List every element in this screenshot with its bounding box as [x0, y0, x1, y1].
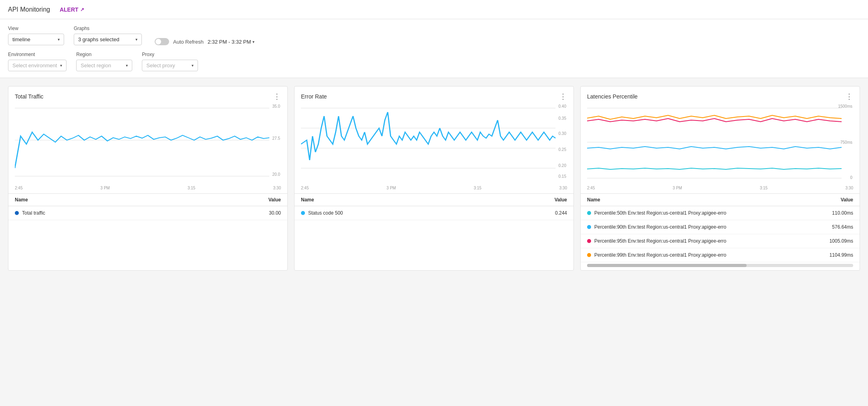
region-dropdown[interactable]: Select region ▾ — [76, 60, 132, 71]
environment-label: Environment — [8, 52, 67, 57]
legend-row: Percentile:90th Env:test Region:us-centr… — [581, 220, 860, 234]
error-rate-y5: 0.20 — [559, 163, 566, 168]
latencies-svg — [587, 104, 853, 184]
graphs-control-group: Graphs 3 graphs selected ▾ — [74, 26, 142, 45]
latency-y1: 1500ms — [838, 104, 852, 109]
region-chevron-icon: ▾ — [126, 63, 128, 68]
region-control-group: Region Select region ▾ — [76, 52, 132, 71]
error-rate-y2: 0.35 — [559, 116, 566, 121]
legend-row: Total traffic 30.00 — [8, 206, 287, 220]
total-traffic-chart-area: 35.0 27.5 20.0 — [8, 104, 287, 184]
error-rate-title: Error Rate — [301, 93, 327, 100]
latencies-x-labels: 2:45 3 PM 3:15 3:30 — [581, 184, 860, 193]
environment-dropdown[interactable]: Select environment ▾ — [8, 60, 67, 71]
alert-link[interactable]: ALERT — [60, 6, 84, 13]
latencies-chart-area: 1500ms 750ms 0 — [581, 104, 860, 184]
latencies-legend: Name Value Percentile:50th Env:test Regi… — [581, 193, 860, 262]
error-rate-card: Error Rate ⋮ 0.40 0.35 0.30 0.25 0.20 0.… — [294, 86, 574, 271]
total-traffic-more-icon[interactable]: ⋮ — [273, 92, 281, 101]
top-bar: API Monitoring ALERT — [0, 0, 868, 19]
latency-y3: 0 — [850, 175, 852, 180]
total-traffic-legend: Name Value Total traffic 30.00 — [8, 193, 287, 220]
environment-control-group: Environment Select environment ▾ — [8, 52, 67, 71]
latencies-title: Latencies Percentile — [587, 93, 638, 100]
total-traffic-y-bot: 20.0 — [273, 172, 280, 177]
view-control-group: View timeline ▾ — [8, 26, 64, 45]
total-traffic-x-labels: 2:45 3 PM 3:15 3:30 — [8, 184, 287, 193]
legend-row: Percentile:50th Env:test Region:us-centr… — [581, 206, 860, 220]
view-chevron-icon: ▾ — [58, 37, 60, 42]
legend-row: Percentile:95th Env:test Region:us-centr… — [581, 234, 860, 248]
app-title: API Monitoring — [8, 6, 50, 13]
proxy-chevron-icon: ▾ — [192, 63, 194, 68]
total-traffic-y-mid: 27.5 — [273, 136, 280, 141]
error-rate-y1: 0.40 — [559, 104, 566, 109]
latencies-scrollbar-thumb[interactable] — [587, 264, 747, 267]
graphs-label: Graphs — [74, 26, 142, 31]
auto-refresh-toggle[interactable] — [155, 38, 169, 45]
legend-row: Status code 500 0.244 — [295, 206, 573, 220]
latencies-scrollbar[interactable] — [587, 264, 853, 267]
time-range-selector[interactable]: 2:32 PM - 3:32 PM ▾ — [208, 39, 254, 45]
environment-chevron-icon: ▾ — [60, 63, 62, 68]
latency-90-dot — [587, 225, 591, 229]
main-content: Total Traffic ⋮ 35.0 27.5 20.0 2:45 3 PM… — [0, 78, 868, 279]
total-traffic-svg — [15, 104, 281, 184]
proxy-control-group: Proxy Select proxy ▾ — [142, 52, 198, 71]
error-rate-more-icon[interactable]: ⋮ — [559, 92, 567, 101]
error-rate-y4: 0.25 — [559, 147, 566, 152]
latency-99-dot — [587, 253, 591, 257]
total-traffic-title: Total Traffic — [15, 93, 43, 100]
legend-row: Percentile:99th Env:test Region:us-centr… — [581, 248, 860, 262]
controls-bar: View timeline ▾ Graphs 3 graphs selected… — [0, 19, 868, 78]
error-rate-y3: 0.30 — [559, 131, 566, 136]
error-rate-svg — [301, 104, 567, 184]
error-rate-x-labels: 2:45 3 PM 3:15 3:30 — [295, 184, 573, 193]
auto-refresh-label: Auto Refresh — [173, 39, 204, 45]
latency-50-dot — [587, 211, 591, 215]
latencies-more-icon[interactable]: ⋮ — [846, 92, 853, 101]
error-rate-y6: 0.15 — [559, 174, 566, 179]
graphs-dropdown[interactable]: 3 graphs selected ▾ — [74, 34, 142, 45]
proxy-dropdown[interactable]: Select proxy ▾ — [142, 60, 198, 71]
proxy-label: Proxy — [142, 52, 198, 57]
view-label: View — [8, 26, 64, 31]
total-traffic-dot — [15, 211, 19, 215]
region-label: Region — [76, 52, 132, 57]
latencies-card: Latencies Percentile ⋮ 1500ms 750ms 0 — [580, 86, 860, 271]
time-range-chevron-icon: ▾ — [252, 40, 254, 44]
error-rate-dot — [301, 211, 305, 215]
latency-y2: 750ms — [840, 140, 852, 145]
total-traffic-card: Total Traffic ⋮ 35.0 27.5 20.0 2:45 3 PM… — [8, 86, 288, 271]
latency-95-dot — [587, 239, 591, 243]
auto-refresh-group: Auto Refresh 2:32 PM - 3:32 PM ▾ — [155, 38, 254, 45]
graphs-chevron-icon: ▾ — [135, 37, 137, 42]
error-rate-chart-area: 0.40 0.35 0.30 0.25 0.20 0.15 — [295, 104, 573, 184]
total-traffic-y-top: 35.0 — [273, 104, 280, 109]
error-rate-legend: Name Value Status code 500 0.244 — [295, 193, 573, 220]
view-dropdown[interactable]: timeline ▾ — [8, 34, 64, 45]
